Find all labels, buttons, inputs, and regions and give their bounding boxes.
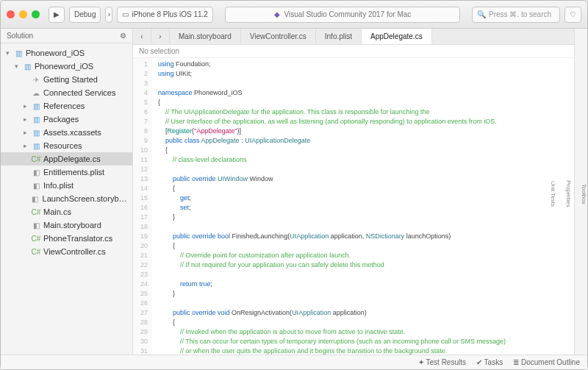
nav-back-button[interactable]: ‹ [133, 29, 151, 44]
file-icon: ◧ [31, 167, 41, 177]
folder-icon: ▥ [31, 140, 41, 151]
tab-label: AppDelegate.cs [370, 32, 423, 40]
search-placeholder: Press ⌘. to search [489, 10, 551, 18]
file-icon: ✈ [31, 74, 41, 85]
twisty-icon: ▸ [21, 102, 29, 110]
device-icon: ▭ [122, 10, 129, 18]
target-chevron[interactable]: › [105, 7, 112, 23]
configuration-selector[interactable]: Debug [69, 7, 101, 23]
editor-tab-3[interactable]: AppDelegate.cs [362, 29, 432, 44]
cs-icon: C# [31, 154, 41, 164]
code-editor[interactable]: 1234567891011121314151617181920212223242… [133, 58, 574, 355]
cs-icon: C# [31, 233, 41, 243]
tree-item-3[interactable]: ▸▥Packages [1, 113, 132, 126]
ide-window: ▶ Debug › ▭ iPhone 8 Plus iOS 11.2 ◆ Vis… [0, 0, 588, 370]
line-gutter: 1234567891011121314151617181920212223242… [133, 58, 152, 355]
configuration-label: Debug [74, 10, 96, 18]
folder-icon: ▥ [22, 61, 32, 71]
cs-icon: C# [31, 246, 41, 257]
minimize-window-button[interactable] [19, 10, 27, 18]
folder-icon: ▥ [31, 127, 41, 138]
tree-item-label: AppDelegate.cs [43, 154, 101, 163]
editor-tabs: ‹ › Main.storyboardViewController.csInfo… [133, 29, 574, 45]
tree-item-8[interactable]: ◧Info.plist [1, 179, 132, 192]
tree-item-label: Phoneword_iOS [26, 49, 85, 57]
tab-label: ViewController.cs [250, 32, 306, 40]
tree-item-label: Main.storyboard [43, 221, 101, 230]
rail-tab-2[interactable]: Unit Tests [550, 181, 556, 207]
tree-item-7[interactable]: ◧Entitlements.plist [1, 166, 132, 179]
target-selector[interactable]: ▭ iPhone 8 Plus iOS 11.2 [117, 7, 212, 23]
tree-item-13[interactable]: C#ViewController.cs [1, 245, 132, 258]
body: Solution ⚙ ▾▥Phoneword_iOS▾▥Phoneword_iO… [1, 29, 587, 355]
title-label: Visual Studio Community 2017 for Mac [284, 10, 412, 18]
pad-gear-icon[interactable]: ⚙ [120, 32, 126, 40]
notifications-button[interactable]: ♡ [564, 7, 581, 23]
run-button[interactable]: ▶ [49, 7, 65, 23]
twisty-icon: ▾ [4, 49, 11, 57]
tree-item-11[interactable]: ◧Main.storyboard [1, 218, 132, 232]
tab-label: Info.plist [325, 32, 352, 40]
tree-item-10[interactable]: C#Main.cs [1, 205, 132, 218]
tree-item-label: Assets.xcassets [43, 128, 101, 137]
code-source[interactable]: using Foundation; using UIKit; namespace… [152, 58, 526, 355]
tree-item-label: PhoneTranslator.cs [43, 234, 112, 243]
nav-forward-button[interactable]: › [151, 29, 170, 44]
close-window-button[interactable] [7, 10, 15, 18]
tree-item-6[interactable]: C#AppDelegate.cs [1, 152, 132, 166]
file-icon: ◧ [30, 193, 40, 204]
status-tasks[interactable]: ✔ Tasks [476, 358, 503, 366]
file-icon: ☁ [31, 88, 41, 98]
status-test-results[interactable]: ✦ Test Results [418, 358, 466, 366]
tree-item-label: Entitlements.plist [43, 168, 104, 177]
file-icon: ◧ [31, 180, 41, 191]
editor-area: ‹ › Main.storyboardViewController.csInfo… [133, 29, 574, 355]
folder-icon: ▥ [31, 114, 41, 124]
solution-pad-header: Solution ⚙ [1, 29, 132, 43]
zoom-window-button[interactable] [32, 10, 40, 18]
project-node[interactable]: ▾▥Phoneword_iOS [1, 60, 132, 73]
tree-item-9[interactable]: ◧LaunchScreen.storyboard [1, 192, 132, 205]
status-document-outline[interactable]: ≣ Document Outline [513, 358, 580, 366]
rail-tab-0[interactable]: Toolbox [581, 184, 587, 204]
tree-item-label: Main.cs [43, 207, 71, 216]
tree-item-label: References [43, 102, 85, 110]
tree-item-5[interactable]: ▸▥Resources [1, 139, 132, 152]
folder-icon: ▥ [13, 48, 24, 58]
vs-icon: ◆ [274, 10, 280, 18]
twisty-icon: ▸ [21, 129, 29, 136]
tree-item-12[interactable]: C#PhoneTranslator.cs [1, 232, 132, 245]
editor-tab-1[interactable]: ViewController.cs [241, 29, 316, 44]
breadcrumb-text: No selection [139, 47, 179, 55]
tab-label: Main.storyboard [179, 32, 232, 40]
tree-item-4[interactable]: ▸▥Assets.xcassets [1, 126, 132, 139]
breadcrumb-bar[interactable]: No selection [133, 45, 574, 58]
tree-item-1[interactable]: ☁Connected Services [1, 86, 132, 99]
tree-item-2[interactable]: ▸▥References [1, 99, 132, 113]
global-search[interactable]: 🔍 Press ⌘. to search [472, 7, 560, 23]
bell-icon: ♡ [570, 10, 576, 18]
right-pad-rail: ToolboxPropertiesUnit Tests [574, 29, 587, 355]
solution-pad: Solution ⚙ ▾▥Phoneword_iOS▾▥Phoneword_iO… [1, 29, 133, 355]
pad-title: Solution [7, 32, 33, 40]
tree-item-label: Phoneword_iOS [35, 62, 93, 71]
tree-item-label: Getting Started [43, 75, 98, 84]
rail-tab-1[interactable]: Properties [565, 180, 572, 207]
tree-item-label: Resources [43, 141, 82, 150]
tree-item-label: Packages [43, 115, 79, 124]
editor-tab-0[interactable]: Main.storyboard [170, 29, 241, 44]
tree-item-label: LaunchScreen.storyboard [43, 194, 129, 203]
tree-item-0[interactable]: ✈Getting Started [1, 73, 132, 86]
search-icon: 🔍 [477, 10, 486, 18]
tree-item-label: Info.plist [43, 181, 74, 190]
solution-node[interactable]: ▾▥Phoneword_iOS [1, 46, 132, 60]
tree-item-label: ViewController.cs [43, 247, 106, 256]
cs-icon: C# [31, 207, 41, 217]
editor-tab-2[interactable]: Info.plist [316, 29, 362, 44]
file-icon: ◧ [31, 220, 41, 230]
twisty-icon: ▾ [12, 63, 20, 70]
status-bar: ✦ Test Results ✔ Tasks ≣ Document Outlin… [1, 355, 587, 369]
target-label: iPhone 8 Plus iOS 11.2 [132, 10, 207, 18]
twisty-icon: ▸ [21, 115, 29, 123]
play-icon: ▶ [54, 10, 60, 18]
